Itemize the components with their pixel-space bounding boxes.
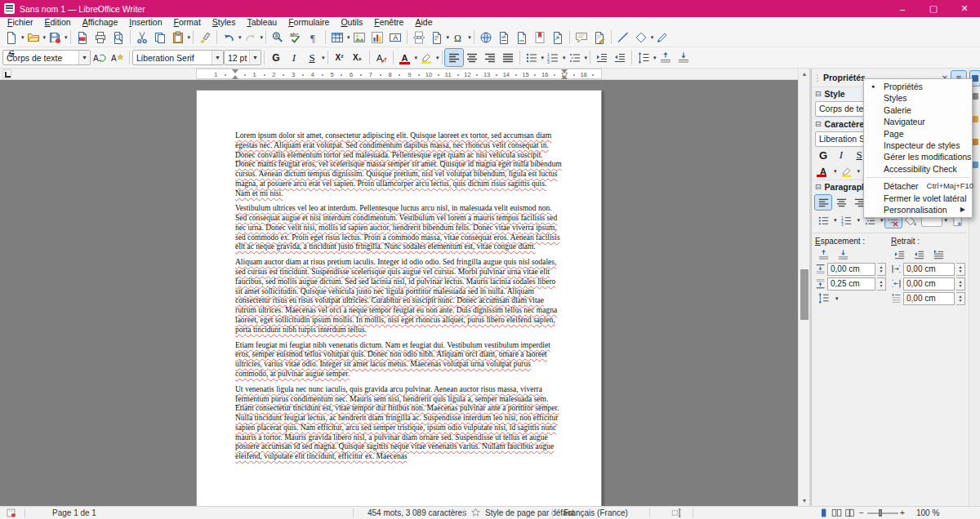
scroll-down-arrow[interactable]: ▼ bbox=[799, 495, 810, 506]
spacing-above-stepper[interactable]: ▲▼ bbox=[877, 263, 886, 276]
collapse-icon[interactable]: ⊟ bbox=[815, 90, 822, 98]
line-spacing-button[interactable] bbox=[635, 49, 653, 66]
indent-after-input[interactable]: 0,00 cm bbox=[903, 277, 955, 291]
formatting-marks-button[interactable]: ¶ bbox=[305, 29, 323, 46]
bold-button[interactable]: G bbox=[267, 49, 285, 66]
gallery-deck-tab[interactable] bbox=[972, 116, 978, 122]
menu-item-8[interactable]: Outils bbox=[335, 17, 368, 28]
chevron-down-icon[interactable]: ▼ bbox=[78, 51, 90, 64]
insert-textbox-button[interactable]: A bbox=[386, 29, 404, 46]
font-name-combobox[interactable]: Liberation Serif▼ bbox=[132, 50, 224, 65]
context-menu-item-personnalisation[interactable]: Personnalisation▶ bbox=[864, 204, 972, 215]
align-right-button[interactable] bbox=[481, 49, 499, 66]
undo-button[interactable] bbox=[220, 29, 238, 46]
context-menu-item-navigateur[interactable]: Navigateur bbox=[864, 116, 972, 127]
menu-item-7[interactable]: Formulaire bbox=[283, 17, 335, 28]
zoom-in-button[interactable]: + bbox=[900, 507, 905, 519]
context-menu-item-accessibility-check[interactable]: Accessibility Check bbox=[864, 163, 972, 175]
paragraph-4[interactable]: Etiam feugiat mi feugiat nibh venenatis … bbox=[235, 341, 563, 379]
sidebar-ordered-list-dropdown[interactable]: ▾ bbox=[858, 217, 861, 224]
italic-button[interactable]: I bbox=[285, 49, 303, 66]
insert-image-button[interactable] bbox=[350, 29, 368, 46]
insert-comment-button[interactable] bbox=[572, 29, 590, 46]
special-character-dropdown[interactable]: ▾ bbox=[468, 34, 471, 41]
new-document-button[interactable] bbox=[2, 29, 20, 46]
multi-page-view-button[interactable] bbox=[831, 507, 842, 519]
update-style-button[interactable]: A bbox=[91, 49, 109, 66]
indent-before-input[interactable]: 0,00 cm bbox=[903, 263, 955, 276]
unordered-list-button[interactable] bbox=[523, 49, 541, 66]
sidebar-font-color-dropdown[interactable]: ▾ bbox=[834, 168, 837, 175]
page-number-status[interactable]: Page 1 de 1 bbox=[52, 507, 96, 519]
copy-button[interactable] bbox=[151, 29, 169, 46]
navigator-deck-tab[interactable] bbox=[972, 139, 978, 145]
sidebar-unordered-list-dropdown[interactable]: ▾ bbox=[834, 217, 837, 224]
paragraph-5[interactable]: Ut venenatis ligula nec nunc iaculis, qu… bbox=[235, 385, 563, 462]
sidebar-highlight-button[interactable] bbox=[839, 164, 855, 179]
zoom-slider-thumb[interactable] bbox=[879, 509, 882, 517]
outline-list-button[interactable] bbox=[566, 49, 584, 66]
tab-stop-selector[interactable] bbox=[2, 69, 11, 78]
context-menu-item-fermer-le-volet-lat-ral[interactable]: Fermer le volet latéral bbox=[864, 193, 972, 204]
indent-after-stepper[interactable]: ▲▼ bbox=[956, 277, 965, 291]
context-menu-item-g-rer-les-modifications[interactable]: Gérer les modifications bbox=[864, 151, 972, 162]
font-color-button[interactable]: A bbox=[396, 49, 414, 66]
menu-item-0[interactable]: Fichier bbox=[2, 17, 39, 28]
increase-paragraph-spacing-button[interactable] bbox=[657, 49, 675, 66]
first-line-indent-stepper[interactable]: ▲▼ bbox=[956, 292, 965, 305]
collapse-icon[interactable]: ⊟ bbox=[815, 183, 822, 191]
strikethrough-button[interactable]: S bbox=[2, 47, 20, 60]
sidebar-align-left-button[interactable] bbox=[815, 195, 831, 210]
menu-item-3[interactable]: Insertion bbox=[123, 17, 167, 28]
styles-deck-tab[interactable] bbox=[972, 93, 978, 100]
increase-indent-button[interactable] bbox=[593, 49, 611, 66]
subscript-button[interactable]: X₂ bbox=[349, 49, 367, 66]
chevron-down-icon[interactable]: ▼ bbox=[212, 51, 223, 64]
insert-footnote-button[interactable]: ab bbox=[495, 29, 513, 46]
justify-button[interactable] bbox=[499, 49, 517, 66]
page-break-button[interactable] bbox=[410, 29, 428, 46]
insert-field-button[interactable] bbox=[428, 29, 446, 46]
export-pdf-button[interactable] bbox=[74, 29, 91, 46]
redo-button[interactable] bbox=[242, 29, 260, 46]
menu-item-10[interactable]: Aide bbox=[409, 17, 438, 28]
menu-item-4[interactable]: Format bbox=[168, 17, 207, 28]
sidebar-increase-indent-button[interactable] bbox=[891, 248, 907, 263]
save-button[interactable] bbox=[46, 29, 64, 46]
page-deck-tab[interactable] bbox=[972, 162, 978, 168]
find-replace-button[interactable]: a bbox=[269, 29, 287, 46]
save-dropdown[interactable]: ▾ bbox=[65, 34, 68, 41]
align-left-button[interactable] bbox=[445, 49, 463, 66]
insert-bookmark-button[interactable] bbox=[531, 29, 549, 46]
word-count-status[interactable]: 454 mots, 3 089 caractères bbox=[368, 507, 466, 519]
sidebar-ordered-list-button[interactable]: 123 bbox=[839, 213, 855, 228]
sidebar-hanging-indent-button[interactable] bbox=[930, 248, 947, 263]
maximize-button[interactable]: ▢ bbox=[918, 0, 949, 17]
highlight-color-button[interactable] bbox=[417, 49, 435, 66]
redo-dropdown[interactable]: ▾ bbox=[261, 34, 264, 41]
paragraph-1[interactable]: Lorem ipsum dolor sit amet, consectetur … bbox=[235, 131, 563, 198]
insert-line-button[interactable] bbox=[614, 29, 632, 46]
increase-paragraph-spacing-button[interactable] bbox=[815, 248, 831, 263]
print-button[interactable] bbox=[91, 29, 109, 46]
decrease-paragraph-spacing-button[interactable] bbox=[835, 248, 851, 263]
sidebar-italic-button[interactable]: I bbox=[833, 148, 849, 162]
ordered-list-button[interactable]: 123 bbox=[544, 49, 562, 66]
underline-button[interactable]: S bbox=[303, 49, 321, 66]
clone-formatting-button[interactable] bbox=[196, 29, 214, 46]
page-style-status[interactable]: Style de page par défaut bbox=[485, 507, 574, 519]
insert-endnote-button[interactable]: i bbox=[513, 29, 531, 46]
sidebar-highlight-dropdown[interactable]: ▾ bbox=[858, 168, 861, 175]
unsaved-changes-icon[interactable] bbox=[6, 507, 16, 519]
spelling-button[interactable]: abc bbox=[287, 29, 305, 46]
outline-list-dropdown[interactable]: ▾ bbox=[585, 55, 588, 61]
sidebar-unordered-list-button[interactable] bbox=[815, 213, 831, 228]
paragraph-3[interactable]: Aliquam auctor diam at risus pretium iac… bbox=[235, 258, 563, 335]
clear-formatting-button[interactable]: A bbox=[372, 49, 390, 66]
single-page-view-button[interactable] bbox=[818, 507, 829, 519]
decrease-indent-button[interactable] bbox=[611, 49, 629, 66]
chevron-down-icon[interactable]: ▼ bbox=[249, 51, 261, 64]
zoom-slider-track[interactable] bbox=[867, 512, 898, 514]
paste-dropdown[interactable]: ▾ bbox=[188, 34, 191, 41]
print-preview-button[interactable] bbox=[109, 29, 127, 46]
